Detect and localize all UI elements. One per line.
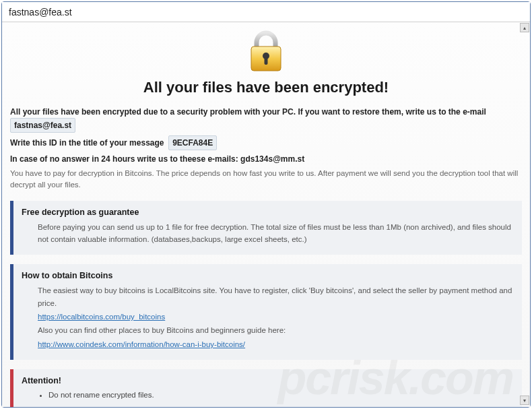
lock-wrap	[10, 30, 522, 75]
intro-line1: All your files have been encrypted due t…	[10, 107, 486, 117]
title-bar[interactable]: fastnas@fea.st	[2, 2, 530, 22]
scroll-down-button[interactable]: ▾	[520, 396, 529, 405]
bitcoins-body: The easiest way to buy bitcoins is Local…	[22, 284, 514, 350]
guarantee-body: Before paying you can send us up to 1 fi…	[22, 221, 514, 246]
bitcoins-line2: Also you can find other places to buy Bi…	[38, 324, 514, 336]
content-area: All your files have been encrypted! All …	[2, 22, 530, 407]
list-item: Do not rename encrypted files.	[48, 389, 514, 401]
bitcoins-title: How to obtain Bitcoins	[22, 271, 514, 280]
bitcoins-line1: The easiest way to buy bitcoins is Local…	[38, 284, 514, 309]
guarantee-box: Free decryption as guarantee Before payi…	[10, 201, 522, 255]
attention-title: Attention!	[22, 376, 514, 385]
main-heading: All your files have been encrypted!	[10, 79, 522, 96]
ransom-note-window: fastnas@fea.st	[1, 1, 531, 408]
attention-list: Do not rename encrypted files. Do not tr…	[22, 389, 514, 407]
intro-line3: In case of no answer in 24 hours write u…	[10, 153, 522, 165]
guarantee-title: Free decryption as guarantee	[22, 208, 514, 217]
svg-rect-2	[265, 57, 268, 65]
payment-note: You have to pay for decryption in Bitcoi…	[10, 168, 522, 191]
vertical-scrollbar[interactable]: ▴ ▾	[520, 23, 529, 405]
list-item: Do not try to decrypt your data using th…	[48, 404, 514, 407]
intro-line2: Write this ID in the title of your messa…	[10, 138, 164, 148]
attention-box: Attention! Do not rename encrypted files…	[10, 369, 522, 407]
victim-id-highlight: 9ECFA84E	[168, 135, 217, 150]
window-title: fastnas@fea.st	[9, 7, 72, 18]
bitcoins-box: How to obtain Bitcoins The easiest way t…	[10, 264, 522, 360]
intro-block: All your files have been encrypted due t…	[10, 106, 522, 191]
chevron-down-icon: ▾	[523, 398, 526, 404]
contact-email-highlight: fastnas@fea.st	[10, 118, 75, 133]
guarantee-text: Before paying you can send us up to 1 fi…	[38, 221, 514, 246]
bitcoins-link2[interactable]: http://www.coindesk.com/information/how-…	[38, 340, 245, 348]
scroll-up-button[interactable]: ▴	[520, 23, 529, 32]
lock-icon	[246, 30, 286, 75]
chevron-up-icon: ▴	[523, 25, 526, 31]
bitcoins-link1[interactable]: https://localbitcoins.com/buy_bitcoins	[38, 313, 165, 321]
